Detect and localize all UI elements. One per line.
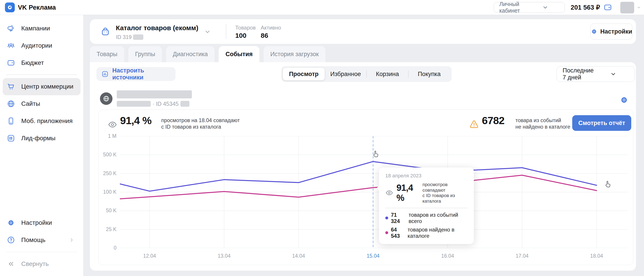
catalog-chevron-down-icon[interactable] (204, 28, 211, 35)
products-label: Товаров (235, 24, 256, 31)
eye-icon (385, 189, 393, 197)
sidebar-item-collapse[interactable]: Свернуть (3, 255, 80, 272)
vk-ads-logo-icon[interactable] (5, 2, 15, 12)
sidebar-item-budget[interactable]: Бюджет (3, 54, 80, 71)
x-tick-label-13.04: 13.04 (214, 253, 234, 259)
warning-triangle-icon (469, 119, 479, 130)
tab-bar: ТоварыГруппыДиагностикаСобытияИстория за… (90, 46, 325, 62)
balance-amount[interactable]: 201 563 ₽ (571, 0, 600, 15)
redacted-source-name (117, 90, 192, 98)
wallet-icon (7, 58, 15, 67)
tab-события[interactable]: События (219, 46, 259, 62)
line-chart[interactable] (120, 136, 628, 248)
phone-icon (7, 117, 15, 125)
gear-icon (7, 218, 15, 227)
divider (226, 24, 226, 39)
y-tick-label: 100 K (98, 189, 116, 195)
redacted-id (133, 34, 143, 40)
tooltip-legend-row: 64 543товаров найдено в каталоге (385, 226, 468, 239)
sidebar-item-audiences[interactable]: Аудитории (3, 37, 80, 54)
tooltip-caption-line2: с ID товаров из каталога (422, 193, 468, 204)
source-id-text: · ID 45345 (152, 101, 179, 107)
tooltip-legend: 71 324товаров из событий всего64 543това… (385, 212, 468, 239)
people-icon (7, 42, 15, 50)
source-settings-gear-icon[interactable] (620, 95, 629, 105)
bar-chart-icon (101, 70, 109, 78)
x-tick-label-14.04: 14.04 (288, 253, 308, 259)
sidebar-item-label: Настройки (21, 219, 52, 226)
match-caption: просмотров на 18.04 совпадают с ID товар… (161, 117, 240, 130)
sidebar-item-label: Лид-формы (21, 135, 56, 142)
sidebar-item-sites[interactable]: Сайты (3, 95, 80, 112)
sidebar-item-label: Бюджет (21, 59, 44, 66)
top-bar: VK Реклама Личный кабинет 201 563 ₽ (0, 0, 644, 15)
profile-chevron-down-icon[interactable] (636, 5, 641, 10)
catalog-id-label: ID 319 (116, 34, 132, 40)
sidebar-item-campaigns[interactable]: Кампании (3, 20, 80, 37)
active-label: Активно (261, 24, 281, 31)
avatar[interactable] (620, 2, 634, 14)
events-chart-card: 91,4 % просмотров на 18.04 совпадают с I… (98, 110, 633, 265)
tooltip-caption-line1: просмотров совпадают (422, 182, 468, 193)
tab-группы[interactable]: Группы (128, 46, 162, 62)
brand-title: VK Реклама (18, 0, 56, 15)
tooltip-percent: 91,4 % (396, 183, 419, 203)
cabinet-select[interactable]: Личный кабинет (494, 2, 565, 13)
period-select[interactable]: Последние 7 дней (556, 66, 635, 82)
legend-label: товаров найдено в каталоге (408, 226, 468, 239)
gear-icon (590, 28, 598, 35)
segment-избранное[interactable]: Избранное (325, 68, 366, 80)
tab-история-загрузок[interactable]: История загрузок (264, 46, 326, 62)
sidebar-item-mobile-apps[interactable]: Моб. приложения (3, 112, 80, 130)
series-line (120, 162, 596, 191)
y-tick-label: 50 K (98, 208, 116, 214)
catalog-settings-button[interactable]: Настройки (590, 24, 632, 40)
y-tick-label: 500 K (98, 152, 116, 158)
configure-sources-button[interactable]: Настроить источники (96, 67, 176, 81)
tooltip-legend-row: 71 324товаров из событий всего (385, 212, 468, 224)
cart-icon (7, 82, 15, 91)
tab-диагностика[interactable]: Диагностика (166, 46, 215, 62)
missing-caption-line2: не найдено в каталоге (516, 124, 570, 130)
legend-label: товаров из событий всего (408, 212, 468, 224)
sidebar-item-label: Кампании (21, 25, 50, 32)
segment-просмотр[interactable]: Просмотр (283, 68, 325, 80)
legend-dot-icon (385, 216, 388, 220)
legend-value: 71 324 (391, 212, 406, 224)
sidebar-item-commerce-center[interactable]: Центр коммерции (3, 78, 80, 95)
period-select-value: Последние 7 дней (562, 67, 596, 81)
segment-корзина[interactable]: Корзина (366, 68, 408, 80)
legend-value: 64 543 (391, 226, 405, 239)
view-report-button[interactable]: Смотреть отчёт (572, 115, 631, 131)
products-value: 100 (235, 32, 246, 39)
divider (385, 208, 468, 208)
match-caption-line1: просмотров на 18.04 совпадают (161, 117, 240, 124)
wallet-icon[interactable] (603, 3, 612, 12)
divider (6, 252, 77, 252)
segment-покупка[interactable]: Покупка (408, 68, 450, 80)
missing-count: 6782 (482, 114, 504, 126)
event-type-segmented-control: ПросмотрИзбранноеКорзинаПокупка (281, 66, 452, 82)
sidebar-item-lead-forms[interactable]: Лид-формы (3, 130, 80, 147)
match-percent: 91,4 % (120, 114, 152, 126)
match-caption-line2: с ID товаров из каталога (161, 124, 240, 130)
lead-form-icon (7, 134, 15, 142)
x-tick-label-16.04: 16.04 (438, 253, 458, 259)
divider (6, 74, 77, 75)
sidebar-nav: КампанииАудиторииБюджетЦентр коммерцииСа… (0, 20, 83, 147)
redacted-source-id-tail (180, 101, 190, 107)
catalog-settings-label: Настройки (600, 28, 632, 35)
source-avatar-globe-icon (100, 92, 112, 105)
chevron-right-icon (68, 237, 75, 243)
catalog-id: ID 319 (116, 34, 143, 40)
eye-icon (108, 120, 118, 130)
sidebar-item-help[interactable]: Помощь (3, 232, 80, 249)
legend-dot-icon (385, 231, 388, 234)
sidebar: КампанииАудиторииБюджетЦентр коммерцииСа… (0, 15, 83, 276)
sidebar-item-label: Свернуть (21, 260, 49, 268)
tab-товары[interactable]: Товары (90, 46, 124, 62)
chevron-down-icon (530, 4, 560, 11)
configure-sources-label: Настроить источники (112, 67, 176, 81)
sidebar-item-settings[interactable]: Настройки (3, 214, 80, 232)
redacted-source-domain (117, 101, 151, 107)
